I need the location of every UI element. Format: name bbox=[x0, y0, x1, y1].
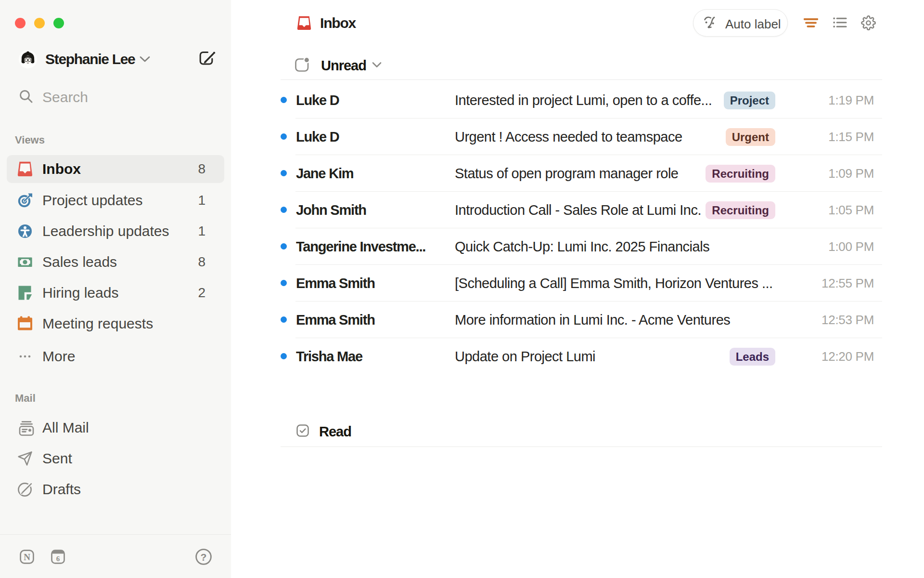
svg-text:?: ? bbox=[201, 552, 207, 563]
svg-text:6: 6 bbox=[56, 555, 60, 563]
svg-text:N: N bbox=[24, 552, 30, 562]
